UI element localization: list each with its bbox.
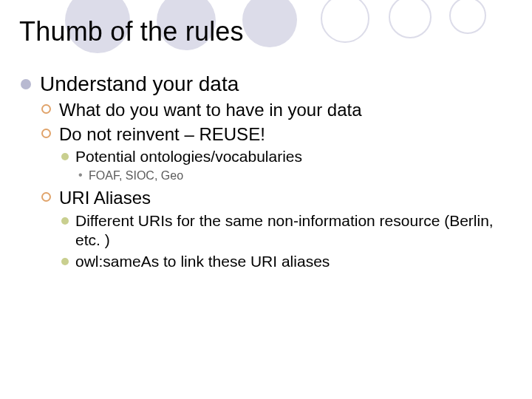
bullet-list-level3: Potential ontologies/vocabularies FOAF, … <box>59 147 513 183</box>
list-item: What do you want to have in your data <box>40 99 513 122</box>
bullet-list-level1: Understand your data What do you want to… <box>19 72 513 272</box>
bullet-text: URI Aliases <box>59 188 151 208</box>
bullet-text: What do you want to have in your data <box>59 100 362 120</box>
bullet-list-level3: Different URIs for the same non-informat… <box>59 211 513 273</box>
list-item: Understand your data What do you want to… <box>19 72 513 272</box>
bullet-list-level4: FOAF, SIOC, Geo <box>75 168 513 183</box>
bullet-text: owl:sameAs to link these URI aliases <box>75 253 330 270</box>
bullet-text: Understand your data <box>40 72 239 95</box>
bullet-text: Potential ontologies/vocabularies <box>75 148 302 165</box>
bullet-text: Different URIs for the same non-informat… <box>75 212 494 249</box>
list-item: owl:sameAs to link these URI aliases <box>59 252 513 272</box>
slide-content: Thumb of the rules Understand your data … <box>0 0 532 272</box>
bullet-text: FOAF, SIOC, Geo <box>89 169 183 182</box>
list-item: URI Aliases Different URIs for the same … <box>40 187 513 272</box>
slide-title: Thumb of the rules <box>19 16 513 47</box>
list-item: Do not reinvent – REUSE! Potential ontol… <box>40 123 513 184</box>
list-item: Potential ontologies/vocabularies FOAF, … <box>59 147 513 183</box>
bullet-list-level2: What do you want to have in your data Do… <box>40 99 513 272</box>
list-item: Different URIs for the same non-informat… <box>59 211 513 251</box>
bullet-text: Do not reinvent – REUSE! <box>59 124 265 144</box>
list-item: FOAF, SIOC, Geo <box>75 168 513 183</box>
